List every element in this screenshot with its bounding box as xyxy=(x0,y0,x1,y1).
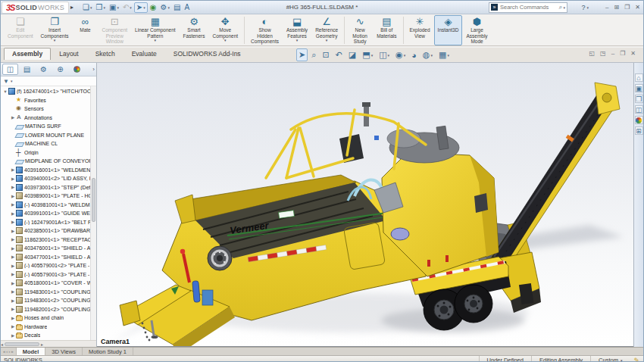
select-tool-button[interactable]: ➤▾ xyxy=(134,2,148,13)
new-motion-study-button[interactable]: ∿NewMotionStudy xyxy=(347,15,373,45)
dropdown-caret-icon[interactable]: ▾ xyxy=(388,53,390,58)
dropdown-caret-icon[interactable]: ▾ xyxy=(103,4,105,11)
expander-icon[interactable]: ▶ xyxy=(10,272,16,276)
tree-item[interactable]: ▶118623001<1> "RECEPTAC xyxy=(1,236,96,245)
dimxpertmanager-tab[interactable]: ⊕ xyxy=(52,64,68,75)
format-button[interactable]: A xyxy=(183,2,191,13)
smart-fasteners-button[interactable]: ⚙SmartFasteners xyxy=(180,15,209,45)
dropdown-caret-icon[interactable]: ▾ xyxy=(117,4,119,11)
tree-item[interactable]: MIDPLANE OF CONVEYOR xyxy=(1,157,96,166)
pane-right-button[interactable]: ◳ xyxy=(600,50,606,57)
tree-vertical-scrollbar[interactable] xyxy=(90,86,96,340)
search-input[interactable] xyxy=(500,4,558,11)
expander-icon[interactable]: ▶ xyxy=(10,237,16,242)
tab-sketch[interactable]: Sketch xyxy=(87,48,123,60)
tree-item[interactable]: ▼(f) 162474001<1> "HITCH/TOO xyxy=(1,87,96,96)
dropdown-caret-icon[interactable]: ▾ xyxy=(430,53,433,58)
custom-properties-tab[interactable]: ⊞ xyxy=(635,126,643,135)
tree-item[interactable]: Origin xyxy=(1,148,96,158)
expander-icon[interactable]: ▶ xyxy=(10,298,16,303)
expander-icon[interactable]: ▶ xyxy=(10,316,16,320)
filter-icon[interactable]: ▼ xyxy=(3,78,9,85)
tree-item[interactable]: ▶403940001<2> "LID ASSY, H xyxy=(1,174,96,183)
file-properties-button[interactable]: ▤ xyxy=(172,2,182,13)
expander-icon[interactable]: ▶ xyxy=(10,254,16,259)
mate-button[interactable]: ∞Mate xyxy=(72,15,98,45)
tab-solidworks-add-ins[interactable]: SOLIDWORKS Add-Ins xyxy=(165,48,249,60)
expander-icon[interactable]: ▶ xyxy=(10,333,16,338)
menu-flyout-icon[interactable]: ▸ xyxy=(70,4,73,11)
file-explorer-tab[interactable]: ❒ xyxy=(635,95,643,103)
expander-icon[interactable]: ▶ xyxy=(10,220,16,224)
expander-icon[interactable]: ▶ xyxy=(10,264,16,268)
dropdown-caret-icon[interactable]: ▾ xyxy=(447,53,449,58)
dropdown-caret-icon[interactable]: ▾ xyxy=(54,39,56,42)
view-palette-tab[interactable]: ◫ xyxy=(635,105,643,114)
save-button[interactable]: ▣▾ xyxy=(108,2,120,13)
reference-geometry-button[interactable]: ∠ReferenceGeometry▾ xyxy=(311,15,342,45)
scrollbar-thumb[interactable] xyxy=(5,342,39,346)
select-pointer-button[interactable]: ➤ xyxy=(296,48,308,61)
exploded-view-button[interactable]: ✳ExplodedView xyxy=(406,15,434,45)
help-dropdown-icon[interactable]: ▾ xyxy=(586,5,589,10)
help-button[interactable]: ? xyxy=(581,4,585,11)
panel-tabs-overflow-icon[interactable]: › xyxy=(92,66,95,73)
dropdown-caret-icon[interactable]: ▾ xyxy=(130,4,132,11)
show-hidden-components-button[interactable]: ◐ShowHiddenComponents xyxy=(247,15,283,45)
move-component-button[interactable]: ✥MoveComponent▾ xyxy=(208,15,242,45)
section-view-button[interactable]: ◪ xyxy=(346,48,358,61)
expander-icon[interactable]: ▶ xyxy=(10,307,16,311)
tree-item[interactable]: LOWER MOUNT PLANE xyxy=(1,131,96,140)
tree-item[interactable]: ▶119482001<2> "COUPLING xyxy=(1,305,96,314)
expander-icon[interactable]: ▼ xyxy=(2,89,8,94)
tree-item[interactable]: Sensors xyxy=(1,105,96,114)
doc-tab-3d-views[interactable]: 3D Views xyxy=(45,348,83,355)
tree-item[interactable]: ▶Annotations xyxy=(1,114,96,123)
tab-evaluate[interactable]: Evaluate xyxy=(123,48,165,60)
linear-component-pattern-button[interactable]: ▦Linear ComponentPattern▾ xyxy=(131,15,179,45)
tree-item[interactable]: MACHINE CL xyxy=(1,139,96,148)
tab-assembly[interactable]: Assembly xyxy=(4,48,51,60)
dropdown-caret-icon[interactable]: ▾ xyxy=(143,4,145,11)
tree-item[interactable]: ▶403989001<1> "PLATE - HO xyxy=(1,192,96,201)
expander-icon[interactable]: ▶ xyxy=(10,324,16,329)
tree-item[interactable]: ▶403476001<1> "SHIELD - A xyxy=(1,244,96,253)
design-library-tab[interactable]: ▣ xyxy=(635,84,643,92)
open-file-button[interactable]: ❒▾ xyxy=(95,2,107,13)
tree-item[interactable]: ▶405180001<1> "COVER - W xyxy=(1,279,96,288)
tab-scroll-button-3[interactable]: » xyxy=(11,349,13,354)
tree-item[interactable]: ▶119483001<2> "COUPLING xyxy=(1,296,96,305)
tree-item[interactable]: ▶(-) 405579001<3> "PLATE - xyxy=(1,270,96,279)
doc-close-button[interactable]: ✕ xyxy=(630,50,636,57)
tree-horizontal-scrollbar[interactable]: ◂ ▸ xyxy=(1,340,96,347)
tree-item[interactable]: ▶Hoses and chain xyxy=(1,314,96,323)
tab-scroll-button-0[interactable]: « xyxy=(3,349,5,354)
search-scope-icon[interactable]: » xyxy=(491,4,498,11)
doc-minimize-button[interactable]: – xyxy=(611,50,614,57)
search-commands[interactable]: » ⌕ ▾ xyxy=(489,2,567,13)
apply-scene-button[interactable]: ◍▾ xyxy=(420,48,435,61)
dropdown-caret-icon[interactable]: ▾ xyxy=(621,358,623,362)
expander-icon[interactable]: ▶ xyxy=(10,185,16,189)
expander-icon[interactable]: ▶ xyxy=(10,246,16,251)
displaymanager-tab[interactable] xyxy=(69,64,85,75)
new-window-button[interactable]: ⊞ xyxy=(614,4,619,11)
solidworks-resources-tab[interactable]: ⌂ xyxy=(635,73,643,82)
expander-icon[interactable]: ▶ xyxy=(10,176,16,181)
doc-tab-motion-study-1[interactable]: Motion Study 1 xyxy=(83,348,133,355)
scroll-right-icon[interactable]: ▸ xyxy=(41,342,43,347)
tab-scroll-button-2[interactable]: › xyxy=(8,349,10,354)
tree-item[interactable]: ▶403477001<1> "SHIELD - A xyxy=(1,253,96,262)
tree-item[interactable]: Favorites xyxy=(1,96,96,105)
new-file-button[interactable]: ❏▾ xyxy=(81,2,93,13)
expander-icon[interactable]: ▶ xyxy=(10,211,16,216)
dropdown-caret-icon[interactable]: ▾ xyxy=(224,39,227,42)
filter-dropdown-icon[interactable]: ▾ xyxy=(11,79,13,83)
options-button[interactable]: ⚙▾ xyxy=(159,2,171,13)
dropdown-caret-icon[interactable]: ▾ xyxy=(90,4,92,11)
configurationmanager-tab[interactable]: ⚙ xyxy=(36,64,52,75)
tree-item[interactable]: ▶(-) 403981001<1> "WELDM xyxy=(1,201,96,210)
tree-item[interactable]: ▶402385001<1> "DRAWBAR, xyxy=(1,226,96,236)
previous-view-button[interactable]: ↶ xyxy=(333,48,345,61)
assembly-features-button[interactable]: ⬓AssemblyFeatures▾ xyxy=(283,15,311,45)
